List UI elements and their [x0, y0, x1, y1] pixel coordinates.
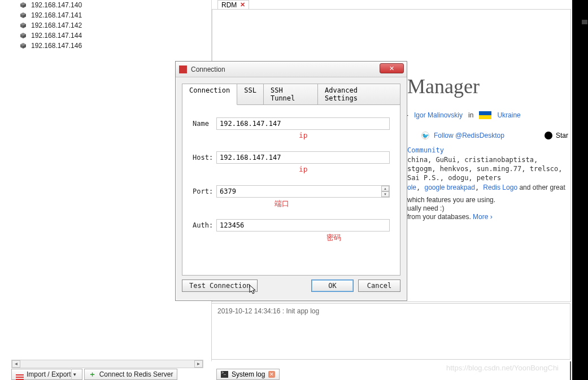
scroll-right-arrow[interactable]: ►	[194, 360, 203, 368]
follow-link[interactable]: Follow @RedisDesktop	[434, 132, 504, 139]
window-edge	[572, 0, 588, 380]
system-log-tab[interactable]: System log ✕	[216, 369, 280, 380]
ok-button[interactable]: OK	[311, 279, 354, 292]
libs-row: ole, google breakpad, Redis Logo and oth…	[407, 184, 565, 191]
connection-tree: 192.168.147.140 192.168.147.141 192.168.…	[11, 0, 203, 360]
database-icon	[20, 42, 27, 49]
port-label: Port:	[193, 187, 216, 195]
tree-item[interactable]: 192.168.147.144	[11, 30, 203, 41]
dialog-title-text: Connection	[191, 65, 225, 73]
follow-row: 🐦 Follow @RedisDesktop Star	[421, 132, 568, 139]
annotation-auth: 密码	[326, 233, 341, 243]
connect-server-button[interactable]: Connect to Redis Server	[84, 369, 178, 380]
annotation-port: 端口	[275, 199, 289, 209]
name-input[interactable]	[216, 117, 390, 130]
annotation-ip: ip	[299, 165, 308, 173]
app-title: Manager	[407, 75, 480, 98]
database-icon	[20, 12, 27, 19]
dropdown-caret-icon[interactable]: ▼	[71, 369, 78, 380]
star-link[interactable]: Star	[556, 132, 568, 139]
name-label: Name	[193, 120, 216, 128]
plus-icon	[89, 370, 97, 378]
close-tab-icon[interactable]: ✕	[240, 1, 245, 8]
main-tab-strip: RDM ✕	[212, 0, 571, 10]
auth-input[interactable]	[216, 219, 390, 232]
twitter-icon: 🐦	[421, 132, 429, 139]
database-icon	[20, 32, 27, 39]
database-icon	[20, 2, 27, 8]
annotation-ip: ip	[299, 131, 308, 139]
spin-up-icon[interactable]: ▲	[381, 186, 389, 191]
sidebar-h-scrollbar[interactable]: ◄ ►	[11, 360, 203, 368]
tab-advanced[interactable]: Advanced Settings	[318, 84, 400, 104]
github-icon	[545, 132, 552, 139]
auth-label: Auth:	[193, 221, 216, 229]
scroll-track[interactable]	[20, 360, 194, 368]
test-connection-button[interactable]: Test Connection	[182, 279, 258, 292]
import-export-icon	[16, 370, 24, 378]
dialog-tab-content: Name ip Host: ip Port: ▲▼ 端口	[182, 105, 400, 276]
tree-item[interactable]: 192.168.147.140	[11, 0, 203, 10]
cancel-button[interactable]: Cancel	[358, 279, 400, 292]
tree-item-label: 192.168.147.141	[31, 11, 82, 19]
port-spinner[interactable]: ▲▼	[381, 186, 389, 197]
log-line: 2019-10-12 14:34:16 : Init app log	[217, 307, 319, 315]
tree-item[interactable]: 192.168.147.146	[11, 41, 203, 51]
spin-down-icon[interactable]: ▼	[381, 191, 389, 197]
author-line: - Igor Malinovskiy in Ukraine	[406, 111, 521, 119]
community-heading: Community	[407, 146, 444, 154]
more-link[interactable]: More ›	[473, 213, 493, 221]
country-link[interactable]: Ukraine	[497, 111, 520, 119]
close-log-icon[interactable]: ✕	[268, 371, 275, 378]
dialog-tabs: Connection SSL SSH Tunnel Advanced Setti…	[182, 84, 400, 105]
watermark: https://blog.csdn.net/YoonBongChi	[446, 364, 559, 372]
features-text: which features you are using. ually need…	[407, 196, 565, 221]
database-icon	[20, 22, 27, 29]
host-label: Host:	[193, 154, 216, 161]
tree-item-label: 192.168.147.140	[31, 1, 82, 9]
console-icon	[221, 371, 228, 378]
tree-item[interactable]: 192.168.147.142	[11, 20, 203, 30]
connection-dialog: Connection Connection SSL SSH Tunnel Adv…	[175, 61, 407, 301]
scroll-left-arrow[interactable]: ◄	[12, 360, 20, 368]
tab-ssl[interactable]: SSL	[237, 84, 264, 104]
flag-ukraine-icon	[479, 111, 491, 119]
host-input[interactable]	[216, 151, 390, 164]
tree-item[interactable]: 192.168.147.141	[11, 10, 203, 20]
port-input[interactable]	[216, 185, 390, 198]
community-contributors: china, GuRui, cristianobaptista, stgogm,…	[407, 155, 565, 182]
tree-item-label: 192.168.147.144	[31, 32, 82, 40]
import-export-button[interactable]: Import / Export ▼	[11, 369, 82, 380]
tab-rdm[interactable]: RDM ✕	[217, 0, 249, 9]
tab-connection[interactable]: Connection	[182, 84, 237, 105]
system-log-panel: 2019-10-12 14:34:16 : Init app log	[211, 303, 570, 360]
tree-item-label: 192.168.147.142	[31, 21, 82, 29]
tab-ssh-tunnel[interactable]: SSH Tunnel	[264, 84, 318, 104]
dialog-close-button[interactable]	[380, 63, 404, 73]
app-icon	[179, 65, 187, 73]
dialog-titlebar[interactable]: Connection	[176, 62, 407, 77]
tab-label: RDM	[221, 1, 237, 9]
author-link[interactable]: Igor Malinovskiy	[414, 111, 463, 119]
tree-item-label: 192.168.147.146	[31, 42, 82, 50]
